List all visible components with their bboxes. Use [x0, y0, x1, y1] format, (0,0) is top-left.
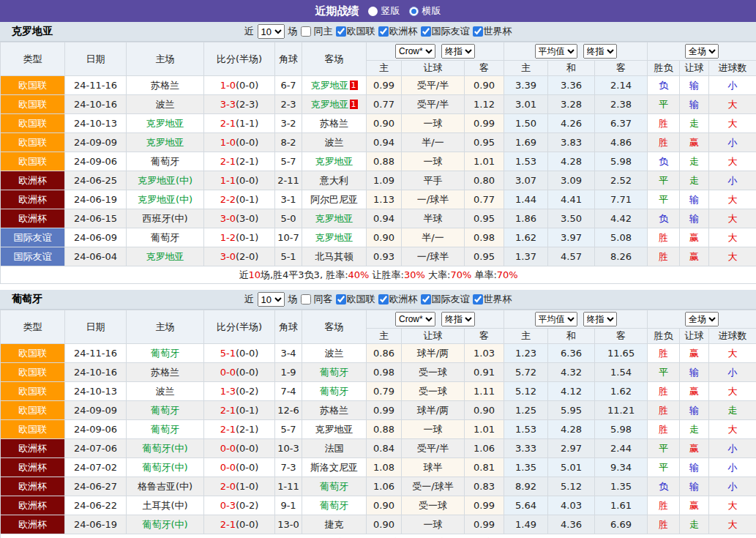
- away-team-cell: 法国: [302, 439, 367, 458]
- odds-away-cell: 0.99: [465, 496, 504, 515]
- wdl-result-cell: 平: [648, 439, 680, 458]
- layout-radio-horizontal[interactable]: 横版: [409, 4, 441, 18]
- match-row: 欧国联24-10-16波兰3-3(2-3)2-3克罗地亚10.77受平/半1.1…: [1, 95, 756, 114]
- radio-vertical-label: 竖版: [381, 4, 400, 18]
- goals-result-cell: 小: [709, 76, 756, 95]
- full-time-score: 0-0: [220, 462, 236, 473]
- col-odds-handicap: 让球: [402, 329, 465, 344]
- avg-draw-cell: 4.26: [548, 114, 595, 133]
- odds-time-select[interactable]: 终指: [441, 44, 475, 59]
- league-checkbox-friendly[interactable]: [421, 294, 431, 305]
- home-team-name: 波兰: [156, 99, 175, 110]
- summary-cell: 近10场,胜4平3负3, 胜率:40% 让胜率:30% 大率:70% 单率:70…: [1, 266, 756, 284]
- goals-result-cell: 小: [709, 439, 756, 458]
- odds-handicap-cell: 球半/两: [402, 344, 465, 363]
- avg-away-cell: 5.98: [595, 152, 648, 171]
- score-cell: 0-3(0-2): [204, 496, 275, 515]
- handicap-result-cell: 赢: [680, 439, 709, 458]
- odds-away-cell: 0.95: [465, 133, 504, 152]
- col-score: 比分(半场): [204, 42, 275, 76]
- radio-vertical-icon[interactable]: [368, 7, 378, 16]
- same-venue-checkbox[interactable]: [301, 294, 311, 305]
- home-team-cell: 克罗地亚: [127, 247, 204, 266]
- league-checkbox-euro[interactable]: [378, 294, 389, 305]
- scope-select[interactable]: 全场: [685, 312, 719, 326]
- full-time-score: 0-0: [220, 367, 236, 378]
- odds-provider-select[interactable]: Crow*: [395, 44, 435, 59]
- league-label: 欧国联: [347, 293, 375, 306]
- odds-away-cell: 1.12: [465, 95, 504, 114]
- matches-table: 类型 日期 主场 比分(半场) 角球 客场 Crow* 终指 平均值 终指: [0, 42, 756, 284]
- odds-handicap-cell: 球半/两: [402, 401, 465, 420]
- away-team-cell: 斯洛文尼亚: [302, 458, 367, 477]
- odds-home-cell: 0.94: [367, 209, 402, 228]
- match-date-cell: 24-06-25: [65, 171, 127, 190]
- avg-time-select[interactable]: 终指: [583, 44, 617, 59]
- col-avg-away: 客: [595, 329, 648, 344]
- league-checkbox-friendly[interactable]: [421, 26, 431, 37]
- games-count-select[interactable]: 10: [258, 292, 285, 307]
- league-label: 国际友谊: [432, 293, 470, 306]
- avg-source-select[interactable]: 平均值: [535, 44, 577, 59]
- match-row: 欧洲杯24-06-19葡萄牙(中)2-1(0-0)13-0捷克0.90一球0.9…: [1, 515, 756, 534]
- games-count-select[interactable]: 10: [258, 24, 285, 39]
- score-cell: 0-0(0-0): [204, 439, 275, 458]
- match-type-cell: 欧国联: [1, 401, 65, 420]
- layout-radio-vertical[interactable]: 竖版: [368, 4, 400, 18]
- red-card-badge: 1: [350, 81, 358, 90]
- score-cell: 0-0(0-0): [204, 458, 275, 477]
- home-team-name: 葡萄牙: [151, 232, 179, 243]
- avg-draw-cell: 5.01: [548, 458, 595, 477]
- avg-time-select[interactable]: 终指: [583, 312, 617, 326]
- home-team-cell: 西班牙(中): [127, 209, 204, 228]
- match-type-cell: 国际友谊: [1, 228, 65, 247]
- league-label: 欧洲杯: [389, 25, 418, 38]
- col-avg-home: 主: [504, 61, 548, 76]
- match-row: 国际友谊24-06-09葡萄牙1-2(0-1)10-7克罗地亚0.90半/一0.…: [1, 228, 756, 247]
- full-time-score: 2-1: [220, 118, 236, 129]
- home-team-name: 葡萄牙(中): [142, 519, 187, 530]
- wdl-result-cell: 胜: [648, 344, 680, 363]
- team-name: 克罗地亚: [12, 25, 53, 38]
- odds-handicap-cell: 一/球半: [402, 190, 465, 209]
- avg-away-cell: 1.54: [595, 363, 648, 382]
- league-checkbox-euro[interactable]: [378, 26, 389, 37]
- league-checkbox-nations[interactable]: [336, 26, 346, 37]
- same-venue-checkbox[interactable]: [301, 26, 311, 37]
- home-team-cell: 苏格兰: [127, 76, 204, 95]
- avg-home-cell: 3.01: [504, 95, 548, 114]
- match-date-cell: 24-06-27: [65, 477, 127, 496]
- match-row: 欧洲杯24-06-27格鲁吉亚(中)2-0(1-0)1-11葡萄牙1.06受一/…: [1, 477, 756, 496]
- odds-handicap-cell: 受平/半: [402, 76, 465, 95]
- filter-bar: 近 10 场 同主 欧国联 欧洲杯 国际友谊 世界杯: [244, 24, 512, 39]
- odds-home-cell: 0.88: [367, 152, 402, 171]
- odds-home-cell: 0.94: [367, 133, 402, 152]
- wdl-result-cell: 胜: [648, 382, 680, 401]
- odds-home-cell: 0.93: [367, 247, 402, 266]
- odds-away-cell: 0.99: [465, 515, 504, 534]
- avg-source-select[interactable]: 平均值: [535, 312, 577, 326]
- handicap-result-cell: 走: [680, 171, 709, 190]
- odds-handicap-cell: 受平/半: [402, 95, 465, 114]
- odds-away-cell: 0.81: [465, 458, 504, 477]
- scope-select[interactable]: 全场: [685, 44, 719, 59]
- avg-away-cell: 5.08: [595, 228, 648, 247]
- away-team-name: 克罗地亚: [315, 232, 353, 243]
- handicap-result-cell: 输: [680, 190, 709, 209]
- home-team-name: 波兰: [156, 386, 175, 397]
- league-checkbox-worldcup[interactable]: [473, 294, 483, 305]
- match-date-cell: 24-10-13: [65, 382, 127, 401]
- odds-provider-select[interactable]: Crow*: [395, 312, 435, 326]
- home-team-name: 克罗地亚(中): [138, 175, 192, 186]
- league-checkbox-nations[interactable]: [336, 294, 346, 305]
- league-checkbox-worldcup[interactable]: [473, 26, 483, 37]
- result-group-header: 全场: [648, 310, 756, 329]
- avg-away-cell: 1.62: [595, 382, 648, 401]
- avg-away-cell: 2.52: [595, 171, 648, 190]
- section-divider: [0, 284, 756, 290]
- score-cell: 3-0(3-0): [204, 209, 275, 228]
- odds-time-select[interactable]: 终指: [441, 312, 475, 326]
- wdl-result-cell: 平: [648, 95, 680, 114]
- match-type-cell: 欧国联: [1, 152, 65, 171]
- radio-horizontal-icon[interactable]: [409, 7, 419, 16]
